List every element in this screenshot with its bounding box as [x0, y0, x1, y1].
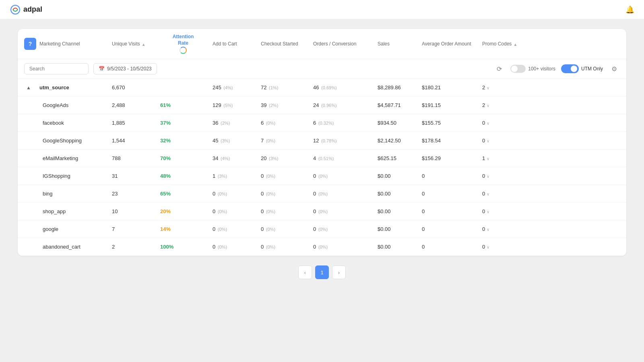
visitors-filter: 100+ visitors — [510, 65, 555, 73]
logo-icon — [10, 4, 21, 15]
col-label-promo-codes: Promo Codes — [482, 41, 512, 47]
row-sales-google: $0.00 — [374, 223, 419, 235]
row-rate-google_ads: 61% — [157, 99, 209, 111]
row-cart-google_shopping: 45 (3%) — [209, 134, 258, 147]
row-avg-utm_source: $180.21 — [419, 81, 479, 94]
row-orders-abandoned_cart: 0 (0%) — [310, 241, 374, 253]
row-promo-shop_app: 0 ∨ — [479, 205, 527, 218]
row-visits-google: 7 — [109, 223, 157, 235]
utm-label: UTM Only — [581, 66, 603, 72]
row-checkout-google: 0 (0%) — [258, 223, 310, 235]
app-name: adpal — [23, 5, 42, 14]
row-rate-utm_source — [157, 84, 209, 91]
col-label-orders-conversion: Orders / Conversion — [313, 41, 356, 47]
col-header-avg-order[interactable]: Average Order Amount — [419, 36, 479, 51]
col-label-marketing-channel: Marketing Channel — [39, 41, 80, 47]
row-indent-abandoned_cart — [21, 244, 36, 250]
table-row: GoogleAds 2,488 61% 129 (5%) 39 (2%) 24 … — [18, 97, 626, 114]
row-visits-ig_shopping: 31 — [109, 170, 157, 182]
table-area: ▲ utm_source 6,670 245 (4%) 72 (1%) 46 (… — [18, 79, 626, 256]
page-1-button[interactable]: 1 — [315, 265, 329, 279]
row-sales-facebook: $934.50 — [374, 117, 419, 129]
row-checkout-email_marketing: 20 (3%) — [258, 152, 310, 165]
logo: adpal — [10, 4, 42, 15]
attention-spinner — [180, 47, 187, 54]
row-indent-google_shopping — [21, 138, 36, 144]
row-avg-email_marketing: $156.29 — [419, 152, 479, 165]
row-name-google_shopping: GoogleShopping — [36, 134, 109, 147]
row-rate-email_marketing: 70% — [157, 152, 209, 165]
row-cart-ig_shopping: 1 (3%) — [209, 170, 258, 182]
row-promo-google: 0 ∨ — [479, 223, 527, 235]
row-promo-bing: 0 ∨ — [479, 187, 527, 200]
row-orders-google_shopping: 12 (0.78%) — [310, 134, 374, 147]
calendar-icon: 📅 — [99, 66, 105, 72]
row-name-email_marketing: eMailMarketing — [36, 152, 109, 165]
row-promo-abandoned_cart: 0 ∨ — [479, 241, 527, 253]
col-header-add-to-cart[interactable]: Add to Cart — [209, 36, 258, 51]
row-name-ig_shopping: IGShopping — [36, 170, 109, 182]
row-checkout-ig_shopping: 0 (0%) — [258, 170, 310, 182]
prev-page-button[interactable]: ‹ — [298, 265, 312, 279]
help-button[interactable]: ? — [24, 38, 36, 50]
table-row: eMailMarketing 788 70% 34 (4%) 20 (3%) 4… — [18, 150, 626, 167]
table-row: ▲ utm_source 6,670 245 (4%) 72 (1%) 46 (… — [18, 79, 626, 97]
row-orders-email_marketing: 4 (0.51%) — [310, 152, 374, 165]
row-promo-ig_shopping: 0 ∨ — [479, 170, 527, 182]
row-visits-google_shopping: 1,544 — [109, 134, 157, 147]
row-checkout-google_shopping: 7 (0%) — [258, 134, 310, 147]
utm-filter: UTM Only — [561, 64, 603, 73]
row-rate-facebook: 37% — [157, 117, 209, 129]
col-header-unique-visits[interactable]: Unique Visits ▲ — [109, 36, 157, 51]
row-rate-ig_shopping: 48% — [157, 170, 209, 182]
date-range-text: 9/5/2023 - 10/5/2023 — [107, 66, 152, 72]
row-checkout-shop_app: 0 (0%) — [258, 205, 310, 218]
col-header-sales[interactable]: Sales — [374, 36, 419, 51]
row-visits-bing: 23 — [109, 187, 157, 200]
row-promo-google_ads: 2 ∨ — [479, 99, 527, 111]
settings-button[interactable]: ⚙ — [609, 63, 620, 74]
refresh-button[interactable]: ⟳ — [493, 63, 505, 74]
utm-toggle-dot — [571, 66, 577, 72]
row-indent-ig_shopping — [21, 173, 36, 179]
row-orders-shop_app: 0 (0%) — [310, 205, 374, 218]
collapse-button[interactable]: ▲ — [21, 82, 36, 94]
toolbar-right: ⟳ 100+ visitors UTM Only ⚙ — [493, 63, 620, 74]
row-visits-shop_app: 10 — [109, 205, 157, 218]
col-header-attention-rate[interactable]: Attention Rate — [157, 29, 209, 59]
col-header-checkout-started[interactable]: Checkout Started — [258, 36, 310, 51]
row-visits-email_marketing: 788 — [109, 152, 157, 165]
row-rate-google_shopping: 32% — [157, 134, 209, 147]
col-header-promo-codes[interactable]: Promo Codes ▲ — [479, 36, 527, 51]
row-cart-facebook: 36 (2%) — [209, 117, 258, 129]
row-orders-utm_source: 46 (0.69%) — [310, 81, 374, 94]
col-label-sales: Sales — [378, 41, 390, 47]
date-filter[interactable]: 📅 9/5/2023 - 10/5/2023 — [93, 63, 157, 74]
visitors-toggle[interactable] — [510, 65, 526, 73]
col-header-marketing-channel[interactable]: Marketing Channel — [36, 36, 109, 51]
utm-toggle[interactable] — [561, 64, 579, 73]
row-orders-google_ads: 24 (0.96%) — [310, 99, 374, 111]
table-row: google 7 14% 0 (0%) 0 (0%) 0 (0%) $0.00 … — [18, 220, 626, 238]
col-header-orders-conversion[interactable]: Orders / Conversion — [310, 36, 374, 51]
row-promo-facebook: 0 ∨ — [479, 117, 527, 129]
row-promo-email_marketing: 1 ∨ — [479, 152, 527, 165]
toolbar: 📅 9/5/2023 - 10/5/2023 ⟳ 100+ visitors U… — [18, 59, 626, 79]
row-sales-google_ads: $4,587.71 — [374, 99, 419, 111]
row-name-facebook: facebook — [36, 117, 109, 129]
next-page-button[interactable]: › — [332, 265, 346, 279]
table-row: shop_app 10 20% 0 (0%) 0 (0%) 0 (0%) $0.… — [18, 203, 626, 220]
row-sales-utm_source: $8,289.86 — [374, 81, 419, 94]
search-input[interactable] — [24, 63, 89, 74]
row-name-shop_app: shop_app — [36, 205, 109, 218]
row-avg-facebook: $155.75 — [419, 117, 479, 129]
row-checkout-facebook: 6 (0%) — [258, 117, 310, 129]
col-label-unique-visits: Unique Visits — [112, 41, 140, 47]
notification-icon[interactable]: 🔔 — [625, 5, 634, 14]
row-indent-facebook — [21, 120, 36, 126]
col-label-rate: Rate — [178, 40, 188, 46]
row-rate-bing: 65% — [157, 187, 209, 200]
row-cart-google: 0 (0%) — [209, 223, 258, 235]
row-indent-email_marketing — [21, 155, 36, 162]
pagination: ‹ 1 › — [18, 256, 626, 289]
